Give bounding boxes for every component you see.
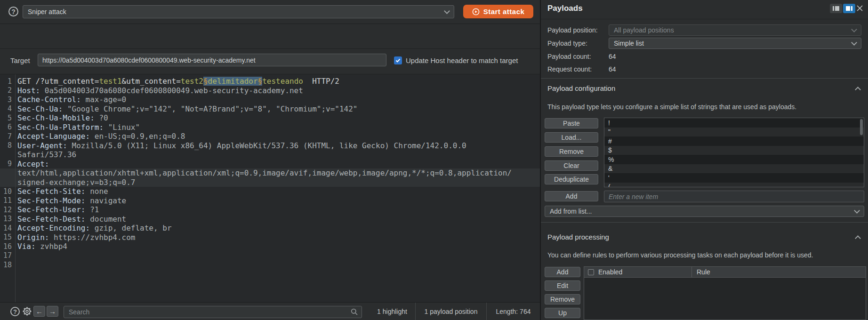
request-line[interactable]: 2Host: 0a5d004003d70a6080cdef0600800049.… xyxy=(0,86,540,96)
gear-icon[interactable] xyxy=(22,306,32,316)
request-line[interactable]: 16Via: zvhbp4 xyxy=(0,242,540,251)
request-line[interactable]: 17 xyxy=(0,251,540,261)
payload-list-item[interactable]: " xyxy=(604,128,864,137)
request-line[interactable]: 9Accept: xyxy=(0,160,540,169)
payload-position-dropdown[interactable]: All payload positions xyxy=(609,24,861,36)
help-icon[interactable] xyxy=(10,307,20,316)
processing-remove-button[interactable]: Remove xyxy=(545,294,580,304)
request-line[interactable]: signed-exchange;v=b3;q=0.7 xyxy=(0,178,540,187)
line-number: 17 xyxy=(0,251,15,260)
processing-up-button[interactable]: Up xyxy=(545,308,580,318)
request-line[interactable]: 3Cache-Control: max-age=0 xyxy=(0,95,540,104)
line-number: 7 xyxy=(0,132,15,141)
payload-list-item[interactable]: % xyxy=(604,155,864,164)
deduplicate-button[interactable]: Deduplicate xyxy=(545,174,598,184)
payload-configuration-description: This payload type lets you configure a s… xyxy=(547,103,796,111)
line-number: 5 xyxy=(0,114,15,122)
payload-type-dropdown[interactable]: Simple list xyxy=(609,38,861,49)
add-from-list-dropdown[interactable]: Add from list... xyxy=(545,206,864,217)
load-button[interactable]: Load... xyxy=(545,132,598,143)
line-number: 11 xyxy=(0,196,15,205)
forward-arrow-button[interactable]: → xyxy=(47,306,58,317)
payload-list-item[interactable]: # xyxy=(604,136,864,146)
line-text: signed-exchange;v=b3;q=0.7 xyxy=(15,178,135,187)
paste-button[interactable]: Paste xyxy=(545,118,598,128)
line-number: 6 xyxy=(0,123,15,131)
request-line[interactable]: 11Sec-Fetch-Mode: navigate xyxy=(0,196,540,206)
payload-list-item[interactable]: ' xyxy=(604,173,864,183)
request-line[interactable]: 13Sec-Fetch-Dest: document xyxy=(0,215,540,224)
request-line[interactable]: Safari/537.36 xyxy=(0,150,540,160)
start-attack-button[interactable]: Start attack xyxy=(463,5,533,18)
line-number: 9 xyxy=(0,160,15,168)
line-text: text/html,application/xhtml+xml,applicat… xyxy=(15,168,512,177)
processing-edit-button[interactable]: Edit xyxy=(545,280,580,291)
status-indicators: 1 highlight 1 payload position Length: 7… xyxy=(369,303,540,320)
payload-type-value: Simple list xyxy=(614,40,644,47)
line-text: Origin: https://zvhbp4.com xyxy=(15,233,135,242)
request-line[interactable]: 12Sec-Fetch-User: ?1 xyxy=(0,205,540,215)
back-arrow-button[interactable]: ← xyxy=(33,306,45,317)
rule-column-header: Rule xyxy=(697,268,710,276)
attack-type-value: Sniper attack xyxy=(28,8,66,16)
close-icon[interactable] xyxy=(857,5,863,11)
search-input[interactable] xyxy=(64,306,362,318)
line-text: GET /?utm_content=test1&utm_content=test… xyxy=(15,77,339,86)
request-line[interactable]: 5Sec-Ch-Ua-Mobile: ?0 xyxy=(0,113,540,123)
search-icon xyxy=(351,308,358,316)
payload-type-label: Payload type: xyxy=(547,40,587,47)
request-line[interactable]: 15Origin: https://zvhbp4.com xyxy=(0,233,540,242)
enabled-column-header: Enabled xyxy=(598,268,691,276)
request-lines: 1GET /?utm_content=test1&utm_content=tes… xyxy=(0,74,540,270)
section-divider xyxy=(541,222,868,223)
request-line[interactable]: 18 xyxy=(0,260,540,270)
line-text: Sec-Fetch-Mode: navigate xyxy=(15,196,126,205)
enabled-checkbox[interactable] xyxy=(588,269,594,275)
attack-type-dropdown[interactable]: Sniper attack xyxy=(23,5,454,18)
payload-list-item[interactable]: ! xyxy=(604,118,864,128)
request-line[interactable]: 4Sec-Ch-Ua: "Google Chrome";v="142", "No… xyxy=(0,104,540,114)
request-line[interactable]: 6Sec-Ch-Ua-Platform: "Linux" xyxy=(0,123,540,132)
request-line[interactable]: text/html,application/xhtml+xml,applicat… xyxy=(0,168,540,178)
editor-status-bar: ← → 1 highlight 1 payload position Lengt… xyxy=(0,302,540,320)
payload-position-value: All payload positions xyxy=(614,26,674,34)
add-item-button[interactable]: Add xyxy=(545,191,598,201)
collapse-chevron-icon[interactable] xyxy=(855,235,861,241)
payloads-panel: Payloads Payload position: All payload p… xyxy=(541,0,868,320)
remove-button[interactable]: Remove xyxy=(545,146,598,157)
new-item-input[interactable] xyxy=(604,191,864,202)
clear-button[interactable]: Clear xyxy=(545,160,598,171)
payload-position-count: 1 payload position xyxy=(415,303,486,320)
help-icon[interactable] xyxy=(8,7,18,16)
request-line[interactable]: 8User-Agent: Mozilla/5.0 (X11; Linux x86… xyxy=(0,141,540,151)
line-number: 13 xyxy=(0,215,15,223)
line-text: Accept-Language: en-US;q=0.9,en;q=0.8 xyxy=(15,132,185,141)
dock-left-toggle[interactable] xyxy=(830,4,842,13)
line-number: 18 xyxy=(0,261,15,269)
request-line[interactable]: 1GET /?utm_content=test1&utm_content=tes… xyxy=(0,77,540,86)
payload-list-item[interactable]: ( xyxy=(604,183,864,188)
line-text: Sec-Fetch-Dest: document xyxy=(15,215,126,224)
request-line[interactable]: 10Sec-Fetch-Site: none xyxy=(0,187,540,196)
start-attack-label: Start attack xyxy=(483,8,525,16)
line-number: 15 xyxy=(0,233,15,241)
line-text: Safari/537.36 xyxy=(15,150,76,159)
section-divider xyxy=(541,78,868,79)
collapse-chevron-icon[interactable] xyxy=(855,87,861,93)
chevron-down-icon xyxy=(851,40,857,46)
payload-list[interactable]: ! " # $ % & ' ( xyxy=(604,118,864,187)
panel-title: Payloads xyxy=(547,4,583,13)
dock-right-toggle[interactable] xyxy=(843,4,855,13)
payload-count-value: 64 xyxy=(609,53,616,60)
payload-list-item[interactable]: & xyxy=(604,164,864,174)
intruder-attack-panel: Sniper attack Start attack Target Update… xyxy=(0,0,540,320)
processing-add-button[interactable]: Add xyxy=(545,267,580,277)
request-line[interactable]: 7Accept-Language: en-US;q=0.9,en;q=0.8 xyxy=(0,132,540,141)
line-text: Sec-Ch-Ua-Platform: "Linux" xyxy=(15,123,140,132)
line-text: Accept: xyxy=(15,160,49,168)
payload-list-item[interactable]: $ xyxy=(604,146,864,155)
list-scrollbar[interactable] xyxy=(860,119,863,135)
request-line[interactable]: 14Accept-Encoding: gzip, deflate, br xyxy=(0,224,540,233)
line-number: 8 xyxy=(0,141,15,150)
request-editor[interactable]: 1GET /?utm_content=test1&utm_content=tes… xyxy=(0,74,540,303)
